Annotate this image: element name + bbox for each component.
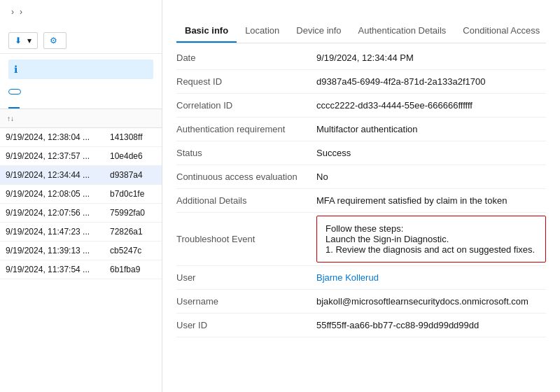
troubleshoot-label: Troubleshoot Event [176,213,316,266]
info-row: Username bjakoll@microsoftlearnsecurityd… [176,290,546,314]
info-row: Request ID d9387a45-6949-4f2a-871d-2a133… [176,70,546,94]
download-icon: ⬇ [15,36,22,46]
cell-request: cb5247c [104,241,162,260]
table-row[interactable]: 9/19/2024, 12:34:44 ... d9387a4 [0,166,162,185]
cell-request: 141308ff [104,128,162,147]
field-label: Status [176,141,316,165]
field-value-cell: bjakoll@microsoftlearnsecuritydocs.onmic… [316,290,546,314]
right-tabs: Basic infoLocationDevice infoAuthenticat… [176,20,546,43]
step-text: 1. Review the diagnosis and act on sugge… [326,244,537,255]
cell-date: 9/19/2024, 11:39:13 ... [0,241,104,260]
info-row: User ID 55ff55ff-aa66-bb77-cc88-99dd99dd… [176,314,546,337]
troubleshoot-box: Follow these steps: Launch the Sign-in D… [316,216,546,262]
cell-date: 9/19/2024, 12:37:57 ... [0,147,104,166]
cell-request: d9387a4 [104,166,162,185]
info-row: Date 9/19/2024, 12:34:44 PM [176,46,546,70]
content-area: Date 9/19/2024, 12:34:44 PM Request ID d… [176,43,546,392]
table-row[interactable]: 9/19/2024, 12:08:05 ... b7d0c1fe [0,185,162,204]
cell-date: 9/19/2024, 12:34:44 ... [0,166,104,185]
field-label: Continuous access evaluation [176,165,316,189]
field-value: d9387a45-6949-4f2a-871d-2a133a2f1700 [316,70,546,94]
user-link[interactable]: Bjarne Kollerud [316,272,379,283]
cell-request: 72826a1 [104,223,162,241]
follow-text: Follow these steps: [326,223,537,234]
signin-table-container: ↑↓ 9/19/2024, 12:38:04 ... 141308ff 9/19… [0,109,162,392]
right-tab-authentication-details[interactable]: Authentication Details [350,20,455,43]
cell-request: 10e4de6 [104,147,162,166]
cell-request: 6b1fba9 [104,260,162,279]
cell-date: 9/19/2024, 11:47:23 ... [0,223,104,241]
info-banner: ℹ [8,59,153,79]
field-value-cell: Bjarne Kollerud [316,266,546,290]
sort-icon: ↑↓ [7,115,14,122]
table-row[interactable]: 9/19/2024, 11:47:23 ... 72826a1 [0,223,162,241]
tab-interactive[interactable] [8,99,20,108]
cell-request: 75992fa0 [104,204,162,223]
field-label: User [176,266,316,290]
field-value: 55ff55ff-aa66-bb77-cc88-99dd99dd99dd [316,320,479,330]
field-label: User ID [176,314,316,337]
info-icon: ℹ [14,64,18,75]
field-value: bjakoll@microsoftlearnsecuritydocs.onmic… [316,296,528,307]
toolbar: ⬇ ▾ ⚙ [0,28,162,54]
export-button[interactable]: ⚙ [43,32,66,49]
left-panel-title [0,21,162,28]
field-label: Correlation ID [176,94,316,118]
left-tabs-row [0,99,162,109]
field-label: Additional Details [176,189,316,213]
info-row: Status Success [176,141,546,165]
cell-date: 9/19/2024, 11:37:54 ... [0,260,104,279]
col-date[interactable]: ↑↓ [0,109,104,128]
export-icon: ⚙ [50,36,57,46]
cell-date: 9/19/2024, 12:07:56 ... [0,204,104,223]
info-row: User Bjarne Kollerud [176,266,546,290]
breadcrumb: › › [0,0,162,21]
table-row[interactable]: 9/19/2024, 12:07:56 ... 75992fa0 [0,204,162,223]
cell-request: b7d0c1fe [104,185,162,204]
info-grid: Date 9/19/2024, 12:34:44 PM Request ID d… [176,46,546,337]
field-label: Username [176,290,316,314]
cell-date: 9/19/2024, 12:08:05 ... [0,185,104,204]
table-row[interactable]: 9/19/2024, 11:39:13 ... cb5247c [0,241,162,260]
troubleshoot-row: Troubleshoot Event Follow these steps: L… [176,213,546,266]
right-tab-device-info[interactable]: Device info [288,20,349,43]
field-value: No [316,165,546,189]
right-panel: Basic infoLocationDevice infoAuthenticat… [162,0,560,392]
table-row[interactable]: 9/19/2024, 12:37:57 ... 10e4de6 [0,147,162,166]
info-row: Authentication requirement Multifactor a… [176,118,546,141]
cell-date: 9/19/2024, 12:38:04 ... [0,128,104,147]
chevron-down-icon: ▾ [27,36,31,46]
field-label: Authentication requirement [176,118,316,141]
right-tab-location[interactable]: Location [237,20,288,43]
left-panel: › › ⬇ ▾ ⚙ ℹ [0,0,162,392]
signin-table: ↑↓ 9/19/2024, 12:38:04 ... 141308ff 9/19… [0,109,162,279]
troubleshoot-value: Follow these steps: Launch the Sign-in D… [316,213,546,266]
field-value-cell: 55ff55ff-aa66-bb77-cc88-99dd99dd99dd [316,314,546,337]
info-row: Additional Details MFA requirement satis… [176,189,546,213]
info-row: Correlation ID cccc2222-dd33-4444-55ee-6… [176,94,546,118]
filter-row [0,85,162,99]
date-filter-badge[interactable] [8,89,21,94]
field-label: Request ID [176,70,316,94]
tab-other[interactable] [20,99,31,108]
field-value: Multifactor authentication [316,118,546,141]
field-value: 9/19/2024, 12:34:44 PM [316,46,546,70]
right-tab-conditional-access[interactable]: Conditional Access [454,20,548,43]
field-value: MFA requirement satisfied by claim in th… [316,189,546,213]
download-button[interactable]: ⬇ ▾ [8,32,38,49]
right-tab-basic-info[interactable]: Basic info [176,20,237,43]
info-row: Continuous access evaluation No [176,165,546,189]
table-row[interactable]: 9/19/2024, 12:38:04 ... 141308ff [0,128,162,147]
field-value: cccc2222-dd33-4444-55ee-666666ffffff [316,94,546,118]
field-value: Success [316,141,546,165]
field-label: Date [176,46,316,70]
col-request[interactable] [104,109,162,128]
table-row[interactable]: 9/19/2024, 11:37:54 ... 6b1fba9 [0,260,162,279]
launch-diagnostic-link[interactable]: Launch the Sign-in Diagnostic. [326,234,449,244]
